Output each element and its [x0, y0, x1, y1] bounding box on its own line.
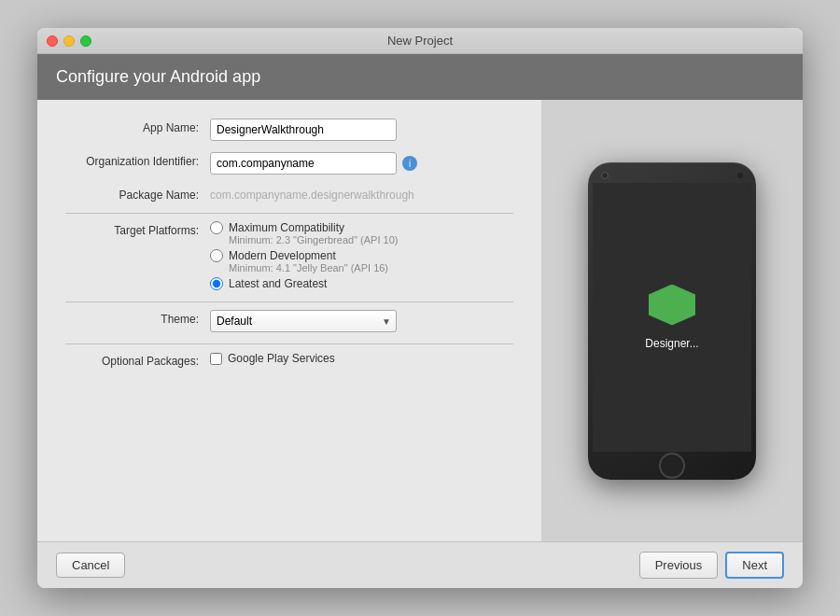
minimize-button[interactable]	[63, 35, 75, 47]
phone-camera	[601, 172, 609, 179]
package-name-value: com.companyname.designerwalkthrough	[210, 186, 414, 202]
form-section: App Name: Organization Identifier: i Pac…	[37, 100, 541, 541]
app-name-label: App Name:	[65, 119, 210, 134]
page-title: Configure your Android app	[56, 67, 784, 87]
radio-max-compat-label: Maximum Compatibility	[229, 221, 344, 234]
footer: Cancel Previous Next	[37, 541, 803, 588]
phone-bottom	[588, 452, 756, 480]
radio-option-modern-dev: Modern Development Minimum: 4.1 "Jelly B…	[210, 249, 398, 273]
separator-3	[65, 343, 513, 344]
window-title: New Project	[387, 34, 453, 48]
info-icon[interactable]: i	[402, 156, 417, 171]
optional-packages-label: Optional Packages:	[65, 352, 210, 368]
target-platforms-label: Target Platforms:	[65, 221, 210, 237]
device-preview: Designer...	[541, 100, 803, 541]
close-button[interactable]	[47, 35, 58, 47]
next-button[interactable]: Next	[725, 552, 784, 579]
theme-row: Theme: Default Holo Light Holo Dark Mate…	[65, 310, 513, 332]
app-icon	[649, 285, 695, 326]
google-play-checkbox[interactable]	[210, 353, 222, 365]
radio-option-latest: Latest and Greatest	[210, 277, 398, 290]
phone-speaker	[737, 173, 743, 178]
theme-label: Theme:	[65, 310, 210, 326]
package-name-row: Package Name: com.companyname.designerwa…	[65, 186, 513, 202]
phone-top-bar	[588, 162, 756, 183]
app-name-row: App Name:	[65, 119, 513, 141]
radio-max-compat[interactable]	[210, 221, 223, 234]
main-window: New Project Configure your Android app A…	[37, 28, 803, 588]
org-id-input-group: i	[210, 152, 417, 175]
radio-latest[interactable]	[210, 277, 223, 290]
header-bar: Configure your Android app	[37, 54, 803, 100]
org-id-input[interactable]	[210, 152, 397, 175]
titlebar: New Project	[37, 28, 803, 54]
radio-group: Maximum Compatibility Minimum: 2.3 "Ging…	[210, 221, 398, 290]
radio-modern-dev-label: Modern Development	[229, 249, 336, 262]
radio-latest-label: Latest and Greatest	[229, 277, 327, 290]
theme-select-wrapper: Default Holo Light Holo Dark Material Li…	[210, 310, 397, 332]
org-id-label: Organization Identifier:	[65, 152, 210, 168]
nav-buttons: Previous Next	[639, 552, 784, 579]
radio-option-max-compat: Maximum Compatibility Minimum: 2.3 "Ging…	[210, 221, 398, 245]
phone-body: Designer...	[588, 162, 756, 480]
radio-modern-dev-sub: Minimum: 4.1 "Jelly Bean" (API 16)	[229, 262, 398, 273]
radio-max-compat-sub: Minimum: 2.3 "Gingerbread" (API 10)	[229, 234, 398, 245]
separator-2	[65, 301, 513, 302]
cancel-button[interactable]: Cancel	[56, 553, 125, 578]
maximize-button[interactable]	[80, 35, 91, 47]
previous-button[interactable]: Previous	[639, 552, 719, 579]
app-name-input[interactable]	[210, 119, 397, 141]
radio-modern-dev[interactable]	[210, 249, 223, 262]
phone-container: Designer...	[588, 162, 756, 480]
package-name-label: Package Name:	[65, 186, 210, 202]
target-platforms-row: Target Platforms: Maximum Compatibility …	[65, 221, 513, 290]
content-area: App Name: Organization Identifier: i Pac…	[37, 100, 803, 541]
theme-select[interactable]: Default Holo Light Holo Dark Material Li…	[210, 310, 397, 332]
phone-screen: Designer...	[593, 183, 751, 452]
separator-1	[65, 213, 513, 214]
google-play-label: Google Play Services	[228, 352, 335, 365]
app-preview-name: Designer...	[645, 337, 698, 350]
google-play-row: Google Play Services	[210, 352, 335, 365]
org-id-row: Organization Identifier: i	[65, 152, 513, 175]
phone-home-button	[659, 453, 685, 479]
optional-packages-row: Optional Packages: Google Play Services	[65, 352, 513, 368]
traffic-lights	[47, 35, 91, 47]
